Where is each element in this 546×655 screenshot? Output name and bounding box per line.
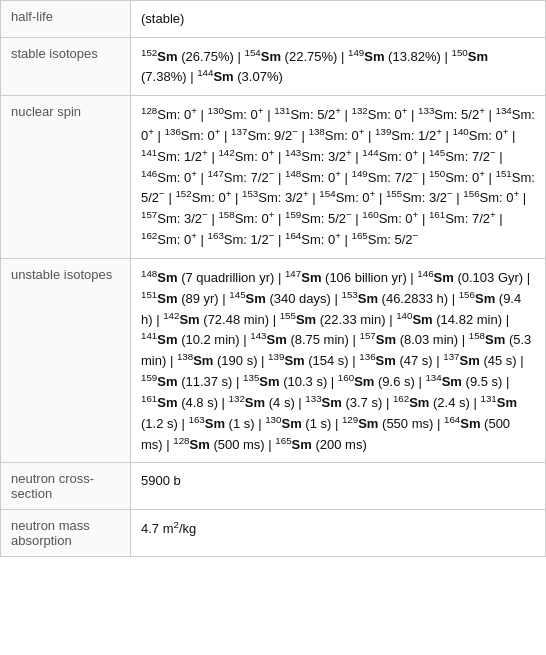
row-label-0: half-life	[1, 1, 131, 38]
properties-table: half-life(stable)stable isotopes152Sm (2…	[0, 0, 546, 557]
row-value-2: 128Sm: 0+ | 130Sm: 0+ | 131Sm: 5/2+ | 13…	[131, 96, 546, 259]
row-label-5: neutron mass absorption	[1, 510, 131, 557]
row-label-3: unstable isotopes	[1, 258, 131, 462]
row-label-1: stable isotopes	[1, 37, 131, 96]
row-value-4: 5900 b	[131, 463, 546, 510]
row-value-3: 148Sm (7 quadrillion yr) | 147Sm (106 bi…	[131, 258, 546, 462]
row-label-4: neutron cross-section	[1, 463, 131, 510]
row-label-2: nuclear spin	[1, 96, 131, 259]
row-value-0: (stable)	[131, 1, 546, 38]
row-value-1: 152Sm (26.75%) | 154Sm (22.75%) | 149Sm …	[131, 37, 546, 96]
row-value-5: 4.7 m2/kg	[131, 510, 546, 557]
